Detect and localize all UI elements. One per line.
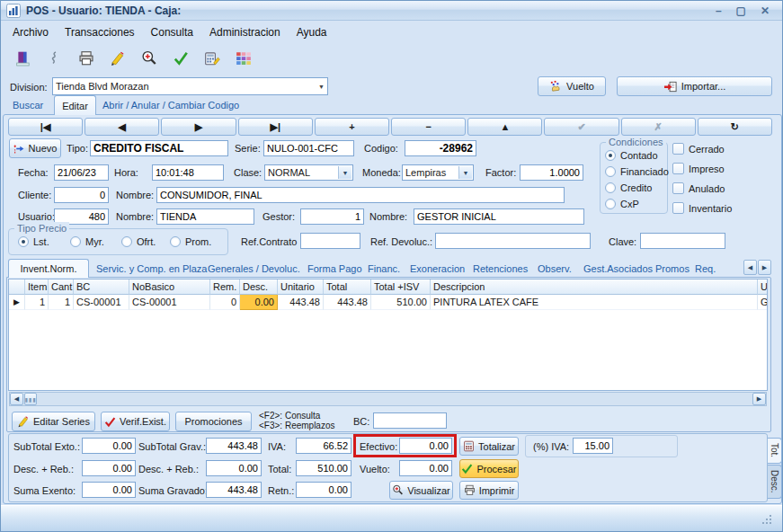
- procesar-button[interactable]: Procesar: [459, 459, 519, 478]
- hora-field[interactable]: [152, 164, 224, 181]
- side-tab-tot[interactable]: Tot.: [768, 438, 782, 464]
- fecha-field[interactable]: [54, 164, 109, 181]
- radio-myr[interactable]: Myr.: [70, 236, 104, 247]
- checkbox-inventario[interactable]: Inventario: [672, 202, 732, 214]
- scrollbar-left-icon[interactable]: ◀: [10, 393, 23, 405]
- cell-unitario[interactable]: 443.48: [278, 295, 324, 310]
- exit-door-icon[interactable]: [13, 49, 33, 68]
- tab-promos[interactable]: Promos: [655, 260, 690, 278]
- totalizar-button[interactable]: Totalizar: [459, 437, 519, 456]
- menu-archivo[interactable]: Archivo: [4, 23, 57, 41]
- cell-cant[interactable]: 1: [49, 295, 74, 310]
- suma-gravado-field[interactable]: [206, 482, 262, 498]
- nav-edit-button[interactable]: ▲: [467, 118, 542, 136]
- cliente-field[interactable]: [54, 187, 109, 203]
- tab-retenciones[interactable]: Retenciones: [473, 260, 528, 278]
- cell-descripcion[interactable]: PINTURA LATEX CAFE: [431, 295, 758, 310]
- resize-grip[interactable]: [761, 513, 773, 526]
- nav-insert-button[interactable]: +: [315, 118, 389, 136]
- nav-prior-button[interactable]: ◀: [85, 118, 159, 136]
- tab-financ[interactable]: Financ.: [368, 260, 400, 278]
- radio-contado[interactable]: Contado: [605, 150, 658, 161]
- tab-invent-norm[interactable]: Invent.Norm.: [8, 259, 89, 278]
- cell-rem[interactable]: 0: [210, 295, 240, 310]
- nav-last-button[interactable]: ▶|: [238, 118, 313, 136]
- gestor-nombre-field[interactable]: [414, 208, 584, 225]
- checkbox-cerrado[interactable]: Cerrado: [672, 143, 725, 155]
- menu-administracion[interactable]: Administracion: [201, 23, 289, 41]
- checkbox-impreso[interactable]: Impreso: [672, 163, 725, 174]
- desc-reb-1-field[interactable]: [82, 460, 136, 476]
- cell-bc[interactable]: CS-00001: [74, 295, 129, 310]
- importar-button[interactable]: Importar...: [617, 76, 772, 96]
- clase-combobox[interactable]: NORMAL ▼: [264, 164, 353, 181]
- iva-pct-field[interactable]: [573, 438, 613, 454]
- cell-total-isv[interactable]: 510.00: [371, 295, 431, 310]
- radio-ofrt[interactable]: Ofrt.: [121, 236, 156, 247]
- scrollbar-right-icon[interactable]: ▶: [752, 393, 766, 405]
- vuelto-button[interactable]: Vuelto: [538, 76, 606, 96]
- tab-buscar[interactable]: Buscar: [13, 96, 43, 114]
- imprimir-button[interactable]: Imprimir: [459, 481, 519, 500]
- codigo-field[interactable]: [405, 140, 476, 156]
- moneda-combobox[interactable]: Lempiras ▼: [402, 164, 474, 181]
- radio-lst[interactable]: Lst.: [18, 236, 49, 247]
- desc-reb-2-field[interactable]: [206, 460, 262, 476]
- ref-devoluc-field[interactable]: [435, 233, 591, 249]
- tab-scroll-right-icon[interactable]: ▶: [758, 260, 771, 275]
- efectivo-field[interactable]: [399, 438, 452, 454]
- nuevo-button[interactable]: Nuevo: [9, 138, 61, 158]
- close-icon[interactable]: ✕: [761, 4, 770, 17]
- maximize-icon[interactable]: ▢: [736, 4, 746, 17]
- ref-contrato-field[interactable]: [300, 233, 360, 249]
- sign-pen-icon[interactable]: [108, 49, 128, 68]
- nav-next-button[interactable]: ▶: [161, 118, 236, 136]
- confirm-check-icon[interactable]: [171, 49, 191, 68]
- nav-delete-button[interactable]: −: [391, 118, 466, 136]
- visualizar-button[interactable]: Visualizar: [389, 481, 453, 500]
- iva-field[interactable]: [296, 438, 351, 454]
- tab-gest-asociados[interactable]: Gest.Asociados: [583, 260, 653, 278]
- subtotal-exto-field[interactable]: [82, 438, 136, 454]
- calculator-edit-icon[interactable]: [202, 49, 222, 68]
- cliente-nombre-field[interactable]: [156, 187, 565, 203]
- subtotal-grav-field[interactable]: [206, 438, 262, 454]
- zoom-plus-icon[interactable]: [139, 49, 159, 68]
- scrollbar-thumb[interactable]: ▮▮▮: [24, 393, 37, 405]
- usuario-nombre-field[interactable]: [156, 208, 254, 225]
- radio-financiado[interactable]: Financiado: [605, 166, 669, 177]
- tab-req[interactable]: Req.: [695, 260, 716, 278]
- verif-exist-button[interactable]: Verif.Exist.: [101, 412, 170, 431]
- bc-input[interactable]: [373, 412, 447, 429]
- minimize-icon[interactable]: –: [716, 4, 722, 17]
- suma-exento-field[interactable]: [82, 482, 136, 498]
- tab-servic-comp-plaza[interactable]: Servic. y Comp. en Plaza: [96, 260, 208, 278]
- side-tab-desc[interactable]: Desc.: [768, 465, 782, 499]
- tab-editar[interactable]: Editar: [54, 95, 96, 115]
- promociones-button[interactable]: Promociones: [175, 412, 252, 431]
- scrollbar-track[interactable]: [37, 393, 752, 405]
- menu-consulta[interactable]: Consulta: [143, 23, 201, 41]
- printer-icon[interactable]: [76, 49, 96, 68]
- tab-scroll-left-icon[interactable]: ◀: [743, 260, 757, 275]
- grid-horizontal-scrollbar[interactable]: ◀ ▮▮▮ ▶: [9, 392, 767, 406]
- cell-u[interactable]: G: [758, 295, 767, 310]
- tab-forma-pago[interactable]: Forma Pago: [307, 260, 362, 278]
- nav-post-button[interactable]: ✔: [544, 118, 618, 136]
- tab-exoneracion[interactable]: Exoneracion: [410, 260, 465, 278]
- serie-field[interactable]: [263, 140, 354, 156]
- menu-transacciones[interactable]: Transacciones: [57, 23, 143, 41]
- cell-item[interactable]: 1: [25, 295, 49, 310]
- checkbox-anulado[interactable]: Anulado: [672, 182, 725, 194]
- radio-credito[interactable]: Credito: [605, 182, 652, 193]
- retn-field[interactable]: [296, 482, 351, 498]
- nav-cancel-button[interactable]: ✗: [621, 118, 696, 136]
- vuelto-total-field[interactable]: [399, 460, 452, 476]
- nav-refresh-button[interactable]: ↻: [698, 118, 772, 136]
- menu-ayuda[interactable]: Ayuda: [289, 23, 335, 41]
- gestor-field[interactable]: [300, 208, 364, 225]
- division-combobox[interactable]: Tienda Blvd Morazan ▼: [52, 77, 328, 95]
- editar-series-button[interactable]: Editar Series: [12, 412, 95, 431]
- total-field[interactable]: [296, 460, 351, 476]
- clave-field[interactable]: [640, 233, 725, 249]
